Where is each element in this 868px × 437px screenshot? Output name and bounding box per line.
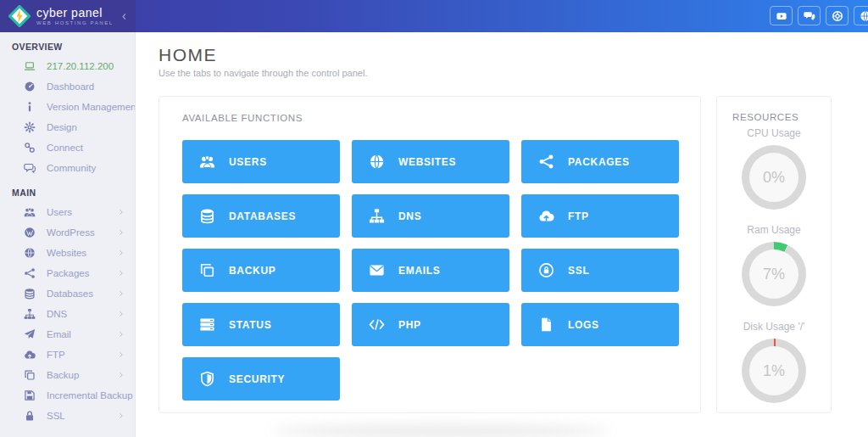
gauge-disk-usage: Disk Usage '/'1% bbox=[717, 321, 831, 403]
sidebar-item-label: Email bbox=[47, 329, 71, 339]
tile-label: PACKAGES bbox=[568, 156, 630, 168]
ssl-badge-icon bbox=[538, 262, 554, 278]
tile-label: DNS bbox=[398, 210, 421, 222]
sidebar-item-label: Databases bbox=[47, 289, 93, 299]
sidebar-item-label: Connect bbox=[47, 143, 83, 153]
gauge-label: Ram Usage bbox=[717, 224, 831, 236]
sidebar-item-label: SSL bbox=[47, 411, 65, 421]
sidebar-item-label: Community bbox=[47, 163, 96, 173]
function-tile-dns[interactable]: DNS bbox=[352, 194, 509, 238]
copy-icon bbox=[199, 262, 215, 278]
tile-label: PHP bbox=[398, 319, 421, 331]
chevron-right-icon bbox=[118, 372, 125, 378]
donut-ring: 0% bbox=[742, 145, 806, 210]
sidebar-section-overview: OVERVIEW bbox=[0, 32, 135, 56]
wordpress-icon bbox=[24, 227, 36, 238]
sidebar-item-community[interactable]: Community bbox=[0, 158, 135, 178]
sidebar-item-connect[interactable]: Connect bbox=[0, 137, 135, 158]
gauge-ram-usage: Ram Usage7% bbox=[717, 224, 831, 306]
sidebar-item-label: Version Management bbox=[47, 102, 136, 112]
function-tile-ftp[interactable]: FTP bbox=[521, 194, 679, 238]
sidebar-item-label: WordPress bbox=[47, 227, 95, 238]
sidebar-item-users[interactable]: Users bbox=[0, 202, 135, 222]
topbar: cyber panel WEB HOSTING PANEL bbox=[0, 0, 868, 32]
sidebar-item-ssl[interactable]: SSL bbox=[0, 406, 135, 426]
share-nodes-icon bbox=[538, 154, 554, 170]
function-tile-users[interactable]: USERS bbox=[182, 140, 340, 183]
sidebar-item-label: FTP bbox=[47, 350, 65, 360]
chevron-right-icon bbox=[118, 270, 125, 277]
chat-bubble-icon bbox=[24, 162, 36, 174]
sidebar-item-packages[interactable]: Packages bbox=[0, 263, 135, 283]
sidebar-item-label: DNS bbox=[47, 309, 67, 319]
chevron-right-icon bbox=[118, 311, 125, 317]
tile-label: STATUS bbox=[229, 319, 271, 331]
topbar-globe-button[interactable] bbox=[854, 6, 868, 25]
paper-plane-icon bbox=[24, 328, 36, 340]
sidebar-nav: OVERVIEW217.20.112.200DashboardVersion M… bbox=[0, 32, 135, 437]
main-content: HOME Use the tabs to navigate through th… bbox=[136, 32, 868, 437]
lifebuoy-icon bbox=[832, 10, 843, 22]
chevron-right-icon bbox=[118, 412, 125, 419]
gauges: CPU Usage0%Ram Usage7%Disk Usage '/'1% bbox=[717, 127, 831, 403]
function-tile-packages[interactable]: PACKAGES bbox=[521, 140, 679, 183]
file-icon bbox=[538, 317, 554, 333]
globe-icon bbox=[24, 247, 36, 259]
topbar-youtube-button[interactable] bbox=[770, 6, 793, 25]
footer-shadow bbox=[271, 424, 610, 437]
sidebar-item-wordpress[interactable]: WordPress bbox=[0, 222, 135, 243]
function-tile-php[interactable]: PHP bbox=[352, 303, 509, 346]
sidebar-item-dashboard[interactable]: Dashboard bbox=[0, 76, 135, 97]
users-icon bbox=[199, 154, 215, 170]
sidebar-item-label: Incremental Backup bbox=[47, 390, 133, 401]
sidebar-item-databases[interactable]: Databases bbox=[0, 283, 135, 304]
function-tile-security[interactable]: SECURITY bbox=[182, 357, 340, 401]
server-list-icon bbox=[199, 317, 215, 333]
topbar-comments-button[interactable] bbox=[798, 6, 821, 25]
tile-label: USERS bbox=[229, 156, 267, 168]
gauge-cpu-usage: CPU Usage0% bbox=[717, 127, 831, 210]
sidebar-item-email[interactable]: Email bbox=[0, 324, 135, 345]
gauge-value: 1% bbox=[763, 362, 785, 380]
sidebar-item-websites[interactable]: Websites bbox=[0, 243, 135, 263]
sidebar-item-label: 217.20.112.200 bbox=[47, 61, 114, 71]
logo-block[interactable]: cyber panel WEB HOSTING PANEL bbox=[0, 0, 136, 32]
function-tile-backup[interactable]: BACKUP bbox=[182, 249, 340, 292]
functions-grid: USERSWEBSITESPACKAGESDATABASESDNSFTPBACK… bbox=[182, 140, 677, 401]
sidebar-item-217-20-112-200[interactable]: 217.20.112.200 bbox=[0, 56, 135, 76]
sidebar-item-ftp[interactable]: FTP bbox=[0, 345, 135, 365]
function-tile-databases[interactable]: DATABASES bbox=[182, 194, 340, 238]
sidebar-collapse-button[interactable] bbox=[117, 0, 131, 32]
sidebar-item-dns[interactable]: DNS bbox=[0, 304, 135, 324]
sidebar-item-design[interactable]: Design bbox=[0, 117, 135, 137]
tile-label: DATABASES bbox=[229, 210, 296, 222]
link-icon bbox=[24, 142, 36, 154]
page-title: HOME bbox=[159, 45, 868, 65]
share-nodes-icon bbox=[24, 267, 36, 279]
function-tile-logs[interactable]: LOGS bbox=[521, 303, 679, 346]
topbar-actions bbox=[770, 6, 868, 25]
chevron-right-icon bbox=[118, 331, 125, 338]
topbar-lifebuoy-button[interactable] bbox=[826, 6, 849, 25]
sidebar-item-version-management[interactable]: Version Management bbox=[0, 97, 135, 117]
functions-panel-title: AVAILABLE FUNCTIONS bbox=[182, 113, 677, 123]
sidebar-section-server: SERVER bbox=[0, 426, 135, 437]
cloud-upload-icon bbox=[538, 208, 554, 224]
chevron-right-icon bbox=[118, 249, 125, 256]
function-tile-websites[interactable]: WEBSITES bbox=[352, 140, 509, 183]
sidebar: OVERVIEW217.20.112.200DashboardVersion M… bbox=[0, 32, 136, 437]
sidebar-item-label: Backup bbox=[47, 370, 79, 380]
function-tile-ssl[interactable]: SSL bbox=[521, 249, 679, 292]
brand-tagline: WEB HOSTING PANEL bbox=[36, 20, 114, 25]
sidebar-item-incremental-backup[interactable]: Incremental Backup bbox=[0, 385, 135, 406]
tile-label: FTP bbox=[568, 210, 589, 222]
database-icon bbox=[199, 208, 215, 224]
youtube-icon bbox=[776, 10, 787, 22]
floppy-icon bbox=[24, 389, 36, 401]
sitemap-icon bbox=[24, 308, 36, 320]
laptop-icon bbox=[24, 60, 36, 72]
function-tile-status[interactable]: STATUS bbox=[182, 303, 340, 346]
gauge-label: Disk Usage '/' bbox=[717, 321, 831, 333]
function-tile-emails[interactable]: EMAILS bbox=[352, 249, 509, 292]
sidebar-item-backup[interactable]: Backup bbox=[0, 365, 135, 385]
